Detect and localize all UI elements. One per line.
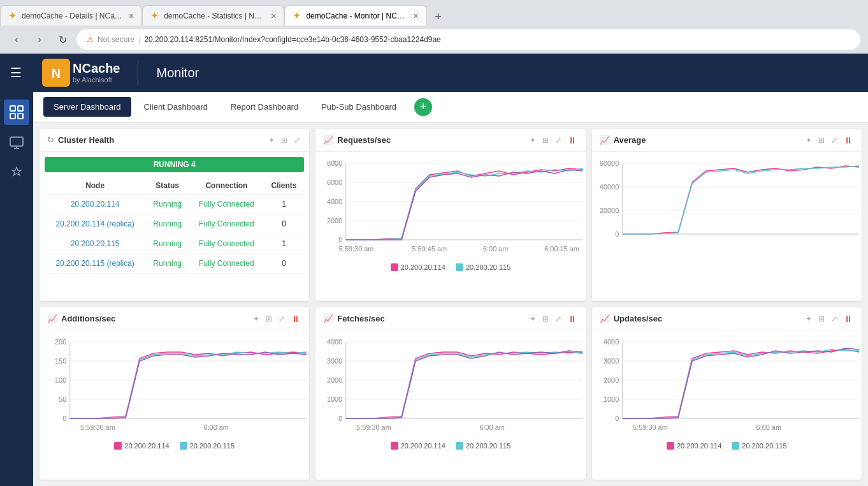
- updates-expand-icon[interactable]: ⊞: [817, 313, 826, 325]
- updates-legend-label-2: 20.200.20.115: [742, 442, 786, 450]
- additions-legend-item-1: 20.200.20.114: [114, 442, 169, 450]
- additions-title: Additions/sec: [61, 314, 248, 323]
- cluster-icon: ↻: [47, 135, 54, 145]
- updates-controls: ✦ ⊞ ⤢ ⏸: [804, 313, 854, 325]
- requests-title: Requests/sec: [337, 135, 524, 145]
- svg-text:6:00 am: 6:00 am: [480, 424, 505, 431]
- tab-server-dashboard[interactable]: Server Dashboard: [43, 97, 131, 117]
- svg-text:6:00 am: 6:00 am: [756, 424, 781, 431]
- cluster-health-panel: ↻ Cluster Health ✦ ⊞ ⤢ RUNNING 4: [40, 129, 309, 301]
- tab-report-dashboard[interactable]: Report Dashboard: [221, 97, 308, 117]
- sidebar-item-tools[interactable]: [4, 161, 29, 186]
- sidebar-item-monitor[interactable]: [4, 130, 29, 156]
- updates-pause-button[interactable]: ⏸: [843, 313, 854, 325]
- clients-cell: 1: [264, 234, 305, 254]
- additions-chart-content: 200 150 100 50 0 5:59:30 am 6:00 am: [40, 330, 309, 480]
- tab3-close-icon[interactable]: ×: [413, 11, 418, 21]
- address-bar: ‹ › ↻ ⚠ Not secure | 20.200.20.114:8251/…: [0, 26, 868, 54]
- cluster-expand-icon[interactable]: ⊞: [280, 135, 289, 146]
- additions-chart-icon: 📈: [47, 314, 57, 323]
- browser-tab-2[interactable]: ✦ demoCache - Statistics | NCache ×: [142, 5, 284, 26]
- node-cell[interactable]: 20.200.20.115 (replica): [45, 254, 145, 274]
- svg-text:1000: 1000: [604, 396, 619, 403]
- tab-client-dashboard[interactable]: Client Dashboard: [134, 97, 218, 117]
- average-pin-icon[interactable]: ✦: [804, 135, 813, 146]
- col-node: Node: [45, 177, 145, 195]
- logo-main-text: NCache: [73, 61, 120, 76]
- requests-legend: 20.200.20.114 20.200.20.115: [318, 261, 582, 274]
- address-input[interactable]: ⚠ Not secure | 20.200.20.114:8251/Monito…: [76, 29, 860, 50]
- requests-panel: 📈 Requests/sec ✦ ⊞ ⤢ ⏸: [315, 129, 585, 301]
- svg-text:5:59:30 am: 5:59:30 am: [339, 246, 374, 253]
- additions-expand-icon[interactable]: ⊞: [264, 313, 273, 325]
- average-pause-button[interactable]: ⏸: [843, 134, 854, 147]
- requests-fullscreen-icon[interactable]: ⤢: [554, 135, 563, 146]
- updates-chart-icon: 📈: [600, 314, 610, 323]
- svg-text:1000: 1000: [327, 396, 342, 403]
- updates-pin-icon[interactable]: ✦: [804, 313, 813, 325]
- requests-pause-button[interactable]: ⏸: [567, 134, 578, 147]
- average-expand-icon[interactable]: ⊞: [817, 135, 826, 146]
- requests-legend-label-1: 20.200.20.114: [401, 263, 445, 271]
- browser-tab-3[interactable]: ✦ demoCache - Monitor | NCache ×: [284, 5, 426, 26]
- monitor-icon: [10, 136, 24, 150]
- additions-legend-color-1: [114, 442, 122, 450]
- svg-text:0: 0: [339, 415, 343, 422]
- node-cell[interactable]: 20.200.20.115: [45, 234, 145, 254]
- col-status: Status: [145, 177, 189, 195]
- tab2-favicon: ✦: [150, 10, 159, 22]
- reload-button[interactable]: ↻: [54, 31, 71, 48]
- top-nav: ☰ N NCache by Alachisoft Monitor: [0, 54, 868, 92]
- tab2-close-icon[interactable]: ×: [271, 11, 276, 21]
- average-header: 📈 Average ✦ ⊞ ⤢ ⏸: [592, 129, 862, 152]
- requests-chart-svg: 8000 6000 4000 2000 0 5:59:30 am 5:59:45…: [318, 157, 582, 259]
- back-button[interactable]: ‹: [8, 31, 25, 48]
- menu-toggle-button[interactable]: ☰: [10, 65, 29, 80]
- updates-legend-color-2: [732, 442, 739, 450]
- forward-button[interactable]: ›: [31, 31, 48, 48]
- tab-pubsub-dashboard[interactable]: Pub-Sub Dashboard: [311, 97, 407, 117]
- tab3-label: demoCache - Monitor | NCache: [306, 11, 408, 20]
- updates-fullscreen-icon[interactable]: ⤢: [830, 313, 839, 325]
- sidebar-item-dashboard[interactable]: [4, 99, 29, 125]
- add-dashboard-button[interactable]: +: [414, 98, 432, 116]
- fetches-pin-icon[interactable]: ✦: [528, 313, 537, 325]
- fetches-pause-button[interactable]: ⏸: [567, 313, 578, 325]
- connection-cell: Fully Connected: [189, 254, 264, 274]
- average-fullscreen-icon[interactable]: ⤢: [830, 135, 839, 146]
- col-clients: Clients: [264, 177, 305, 195]
- fetches-fullscreen-icon[interactable]: ⤢: [554, 313, 563, 325]
- svg-text:60000: 60000: [600, 160, 619, 167]
- app-body: Server Dashboard Client Dashboard Report…: [0, 92, 868, 486]
- average-chart-svg: 60000 40000 20000 0: [595, 157, 859, 259]
- updates-legend-item-2: 20.200.20.115: [732, 442, 786, 450]
- fetches-expand-icon[interactable]: ⊞: [541, 313, 550, 325]
- fetches-chart-icon: 📈: [323, 314, 333, 323]
- additions-pause-button[interactable]: ⏸: [290, 313, 301, 325]
- additions-legend-item-2: 20.200.20.115: [180, 442, 235, 450]
- requests-controls: ✦ ⊞ ⤢ ⏸: [528, 134, 578, 147]
- svg-text:4000: 4000: [604, 339, 619, 346]
- svg-rect-4: [10, 114, 15, 119]
- table-row: 20.200.20.115 Running Fully Connected 1: [45, 234, 304, 254]
- app-title: Monitor: [156, 66, 199, 80]
- logo-text-area: NCache by Alachisoft: [73, 61, 120, 84]
- tab-bar: ✦ demoCache - Details | NCache × ✦ demoC…: [0, 0, 868, 26]
- requests-expand-icon[interactable]: ⊞: [541, 135, 550, 146]
- svg-text:3000: 3000: [327, 358, 342, 365]
- tab1-close-icon[interactable]: ×: [129, 11, 134, 21]
- cluster-fullscreen-icon[interactable]: ⤢: [293, 135, 301, 146]
- requests-pin-icon[interactable]: ✦: [528, 135, 537, 146]
- requests-header: 📈 Requests/sec ✦ ⊞ ⤢ ⏸: [315, 129, 585, 152]
- average-controls: ✦ ⊞ ⤢ ⏸: [804, 134, 854, 147]
- additions-pin-icon[interactable]: ✦: [252, 313, 261, 325]
- svg-text:2000: 2000: [327, 217, 342, 225]
- browser-tab-1[interactable]: ✦ demoCache - Details | NCache ×: [0, 5, 142, 26]
- new-tab-button[interactable]: +: [430, 8, 447, 26]
- node-cell[interactable]: 20.200.20.114 (replica): [45, 214, 145, 234]
- additions-fullscreen-icon[interactable]: ⤢: [277, 313, 286, 325]
- node-cell[interactable]: 20.200.20.114: [45, 195, 145, 214]
- cluster-pin-icon[interactable]: ✦: [267, 135, 276, 146]
- fetches-legend-item-1: 20.200.20.114: [391, 442, 445, 450]
- average-title: Average: [614, 135, 800, 145]
